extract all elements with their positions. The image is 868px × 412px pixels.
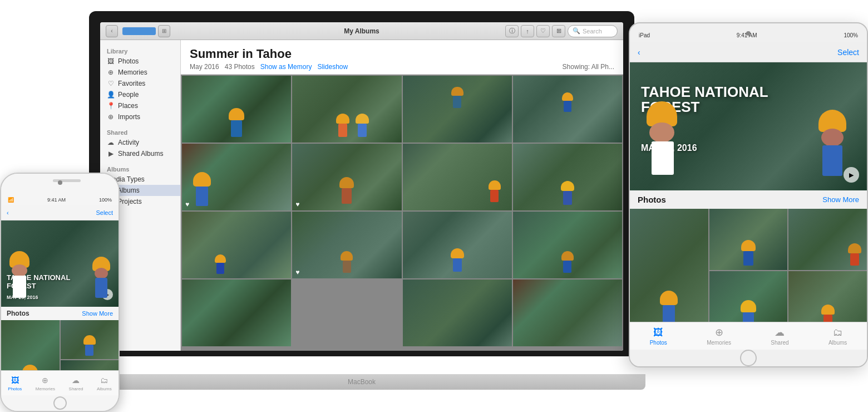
iphone-tab-memories[interactable]: ⊕ Memories (36, 375, 55, 391)
mac-main-content: Summer in Tahoe May 2016 43 Photos Show … (181, 40, 623, 351)
mac-back-button[interactable]: ‹ (106, 25, 118, 37)
iphone-speaker (53, 179, 81, 182)
ipad-tab-shared[interactable]: ☁ Shared (771, 326, 788, 346)
heart-badge-5: ♥ (185, 200, 189, 208)
places-icon: 📍 (107, 102, 115, 110)
iphone-home-button-area (1, 395, 119, 411)
sidebar-item-memories-label: Memories (118, 68, 147, 76)
macbook-base (78, 374, 645, 390)
photo-cell-9[interactable] (182, 212, 291, 278)
ipad-device: iPad 9:41 AM 100% ‹ Select TAHOE NATIONA… (629, 22, 868, 367)
sidebar-item-places[interactable]: 📍 Places (100, 100, 180, 111)
slideshow-link[interactable]: Slideshow (317, 63, 348, 71)
mac-copy-button[interactable]: ⊞ (552, 25, 565, 37)
photo-cell-3[interactable] (403, 76, 512, 143)
ipad-tab-albums-label: Albums (828, 340, 847, 346)
photo-cell-14[interactable] (403, 279, 512, 346)
iphone-albums-tab-icon: 🗂 (99, 375, 109, 385)
sidebar-item-shared-albums-label: Shared Albums (118, 150, 163, 158)
iphone-home-circle[interactable] (53, 396, 67, 410)
ipad-home-button-area (630, 350, 867, 366)
ipad-photo-2[interactable] (709, 209, 788, 270)
sidebar-item-activity[interactable]: ☁ Activity (100, 137, 180, 148)
iphone-tab-albums-label: Albums (97, 386, 112, 391)
macbook-screen-border: ‹ ⊞ My Albums ⓘ ↑ ♡ ⊞ 🔍 Search (89, 11, 634, 356)
iphone-tab-shared-label: Shared (69, 386, 83, 391)
photo-cell-1[interactable] (182, 76, 291, 143)
iphone-tab-shared[interactable]: ☁ Shared (69, 375, 83, 391)
heart-badge-6: ♥ (295, 200, 299, 208)
show-as-memory-link[interactable]: Show as Memory (260, 63, 312, 71)
mac-app-content: Library 🖼 Photos ⊕ Memories ♡ Favorites (100, 40, 623, 351)
mac-search-bar[interactable]: 🔍 Search (568, 25, 618, 37)
ipad-photo-3[interactable] (788, 209, 867, 270)
ipad-home-circle[interactable] (740, 350, 757, 366)
photo-cell-13[interactable] (182, 279, 291, 346)
ipad-tabbar: 🖼 Photos ⊕ Memories ☁ Shared 🗂 Albums (630, 322, 867, 350)
shared-section-title: Shared (100, 127, 180, 137)
photo-grid: ♥ ♥ (181, 75, 623, 351)
iphone-photo-2[interactable] (61, 320, 119, 359)
photos-icon: 🖼 (107, 57, 115, 65)
ipad-memory-card[interactable]: TAHOE NATIONALFOREST MAY 29, 2016 ▶ (630, 62, 867, 190)
sidebar-item-memories[interactable]: ⊕ Memories (100, 67, 180, 78)
ipad-tab-memories[interactable]: ⊕ Memories (707, 326, 731, 346)
photo-cell-4[interactable] (513, 76, 622, 143)
ipad-show-more-button[interactable]: Show More (822, 195, 859, 204)
ipad-nav-bar: ‹ Select (630, 42, 867, 62)
photo-cell-2[interactable] (292, 76, 401, 143)
activity-icon: ☁ (107, 139, 115, 146)
iphone-notch (1, 174, 119, 195)
mac-window-title: My Albums (344, 27, 379, 35)
mac-heart-button[interactable]: ♡ (536, 25, 550, 37)
mac-info-button[interactable]: ⓘ (505, 25, 519, 37)
sidebar-item-imports[interactable]: ⊕ Imports (100, 111, 180, 122)
photo-cell-5[interactable]: ♥ (182, 144, 291, 210)
macbook-screen: ‹ ⊞ My Albums ⓘ ↑ ♡ ⊞ 🔍 Search (100, 22, 623, 351)
mac-share-button[interactable]: ↑ (521, 25, 534, 37)
ipad-photos-tab-icon: 🖼 (652, 326, 664, 339)
sidebar-item-shared-albums[interactable]: ▶ Shared Albums (100, 148, 180, 159)
ipad-photo-5[interactable] (788, 271, 867, 322)
iphone-photo-3[interactable] (61, 360, 119, 370)
memories-icon: ⊕ (107, 68, 115, 76)
ipad-photo-1[interactable] (630, 209, 708, 322)
mac-progress-bar (122, 27, 156, 35)
iphone-tabbar: 🖼 Photos ⊕ Memories ☁ Shared 🗂 Albums (1, 370, 119, 395)
photo-cell-10[interactable]: ♥ (292, 212, 401, 278)
sidebar-item-imports-label: Imports (118, 113, 140, 121)
ipad-photo-grid (630, 209, 867, 322)
album-date: May 2016 (190, 63, 219, 71)
iphone-carrier: 📶 (8, 197, 14, 203)
ipad-photos-label: Photos (638, 195, 666, 204)
sidebar-item-people[interactable]: 👤 People (100, 89, 180, 100)
iphone-photo-1[interactable] (1, 320, 60, 370)
sidebar-item-activity-label: Activity (118, 139, 139, 146)
sidebar-item-favorites[interactable]: ♡ Favorites (100, 78, 180, 89)
ipad-select-button[interactable]: Select (837, 48, 859, 57)
iphone-select-button[interactable]: Select (96, 209, 113, 216)
imports-icon: ⊕ (107, 113, 115, 121)
sidebar-item-places-label: Places (118, 102, 138, 110)
iphone-tab-albums[interactable]: 🗂 Albums (97, 375, 112, 391)
ipad-photo-4[interactable] (709, 271, 788, 322)
ipad-tab-memories-label: Memories (707, 340, 731, 346)
mac-grid-button[interactable]: ⊞ (158, 25, 170, 37)
iphone-memory-card[interactable]: TAHOE NATIONALFOREST MAY 29, 2016 ▶ (1, 220, 119, 307)
ipad-tab-albums[interactable]: 🗂 Albums (828, 326, 847, 346)
photo-cell-15[interactable] (513, 279, 622, 346)
photo-cell-6[interactable]: ♥ (292, 144, 401, 210)
iphone-back-button[interactable]: ‹ (7, 209, 9, 216)
ipad-tab-photos[interactable]: 🖼 Photos (650, 326, 667, 346)
sidebar-item-photos[interactable]: 🖼 Photos (100, 56, 180, 67)
photo-cell-12[interactable] (513, 212, 622, 278)
album-count: 43 Photos (225, 63, 255, 71)
photo-cell-11[interactable] (403, 212, 512, 278)
iphone-tab-photos[interactable]: 🖼 Photos (8, 375, 22, 391)
iphone-photos-tab-icon: 🖼 (10, 375, 20, 385)
photo-cell-8[interactable] (513, 144, 622, 210)
ipad-back-button[interactable]: ‹ (638, 48, 640, 57)
iphone-show-more-button[interactable]: Show More (82, 310, 113, 317)
photo-cell-7[interactable] (403, 144, 512, 210)
sidebar-item-photos-label: Photos (118, 57, 139, 65)
